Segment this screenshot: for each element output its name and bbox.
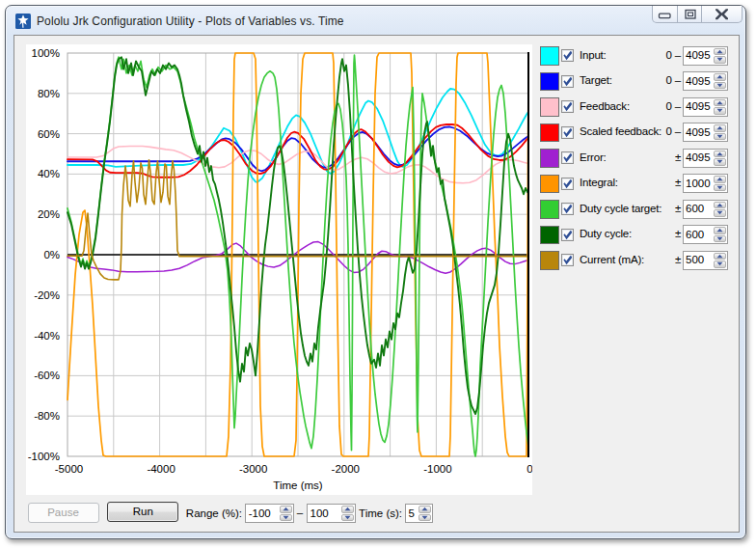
svg-text:0%: 0%	[43, 249, 60, 260]
svg-text:-100%: -100%	[28, 451, 60, 462]
svg-text:100%: 100%	[32, 47, 60, 59]
svg-text:-80%: -80%	[34, 410, 60, 422]
svg-text:-60%: -60%	[34, 370, 60, 381]
svg-text:20%: 20%	[38, 208, 60, 220]
svg-text:40%: 40%	[38, 168, 60, 179]
svg-text:-40%: -40%	[34, 330, 60, 342]
svg-text:0: 0	[526, 463, 532, 475]
svg-text:-4000: -4000	[147, 463, 175, 475]
svg-text:Time (ms): Time (ms)	[273, 480, 322, 491]
svg-text:80%: 80%	[38, 88, 60, 99]
svg-text:-5000: -5000	[55, 463, 83, 475]
svg-text:-3000: -3000	[239, 463, 267, 475]
svg-text:60%: 60%	[38, 128, 60, 140]
svg-text:-1000: -1000	[423, 463, 451, 475]
svg-text:-20%: -20%	[34, 289, 60, 301]
svg-text:-2000: -2000	[332, 463, 360, 475]
